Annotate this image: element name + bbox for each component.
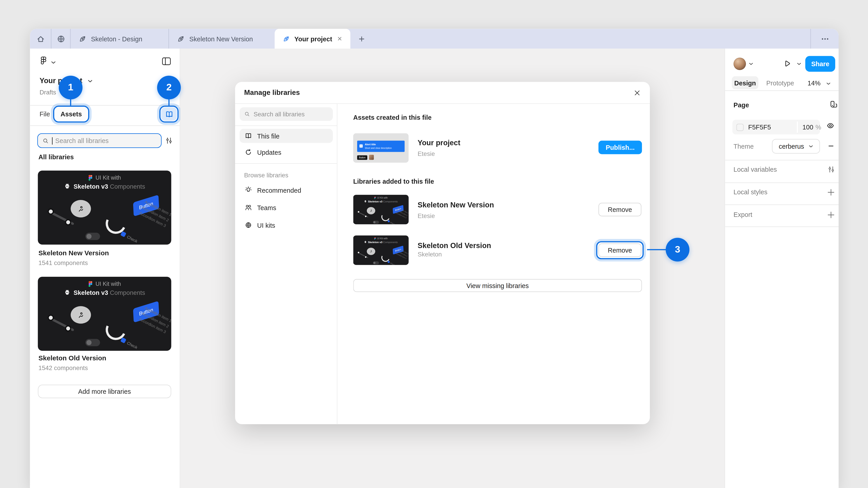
sidebar-search[interactable] — [37, 133, 162, 148]
chevron-down-icon[interactable] — [749, 62, 753, 66]
tab-label: Skeleton New Version — [189, 35, 253, 42]
libraries-button-highlight — [159, 106, 179, 123]
remove-button[interactable]: Remove — [598, 203, 642, 217]
browser-button[interactable] — [52, 29, 70, 49]
eye-icon[interactable] — [826, 122, 835, 130]
tab-design[interactable]: Design — [732, 76, 758, 90]
dialog-content: Assets created in this file Alert title … — [338, 103, 650, 424]
divider — [725, 90, 839, 91]
project-subtitle: Drafts — [39, 89, 56, 96]
new-tab-button[interactable] — [350, 29, 373, 49]
theme-value: cerberus — [779, 143, 804, 150]
divider — [30, 125, 180, 126]
file-tab[interactable]: File — [39, 111, 50, 118]
export-label: Export — [734, 211, 752, 219]
chevron-down-icon[interactable] — [797, 62, 801, 66]
filter-sliders-icon[interactable] — [165, 137, 173, 144]
nav-updates[interactable]: Updates — [240, 145, 333, 160]
globe-icon — [245, 221, 252, 229]
figma-logo-color-icon — [374, 197, 376, 199]
tab-prototype[interactable]: Prototype — [766, 80, 794, 87]
pen-nib-icon — [283, 35, 290, 43]
plus-icon[interactable] — [827, 211, 835, 219]
nav-recommended[interactable]: Recommended — [240, 183, 333, 197]
theme-dropdown[interactable]: cerberus — [772, 139, 820, 154]
close-icon[interactable] — [633, 89, 641, 97]
tab-label: Skeleton - Design — [91, 35, 143, 42]
close-icon[interactable] — [337, 36, 342, 42]
skull-icon — [364, 200, 367, 203]
component-avatar — [71, 306, 91, 324]
canvas[interactable]: Manage libraries This file — [180, 48, 725, 488]
publish-button[interactable]: Publish... — [598, 141, 642, 154]
zoom-level[interactable]: 14% — [808, 80, 821, 87]
card-line2-bold: Skeleton v3 — [74, 289, 108, 296]
library-name[interactable]: Skeleton New Version — [38, 249, 109, 258]
remove-button[interactable]: Remove — [598, 243, 642, 257]
tab-skeleton-design[interactable]: Skeleton - Design — [71, 29, 168, 49]
divider — [235, 163, 338, 164]
home-icon — [36, 34, 45, 43]
play-icon[interactable] — [783, 59, 791, 68]
chevron-down-icon[interactable] — [826, 82, 831, 86]
libraries-button[interactable] — [161, 107, 177, 121]
color-swatch[interactable] — [737, 123, 744, 131]
row-subtitle: Etesie — [418, 213, 435, 220]
skull-icon — [64, 289, 71, 296]
library-name[interactable]: Skeleton Old Version — [38, 354, 106, 363]
sidebar-search-input[interactable] — [55, 137, 156, 144]
panel-toggle-icon[interactable] — [162, 57, 171, 66]
add-more-libraries-button[interactable]: Add more libraries — [38, 385, 171, 398]
divider — [30, 105, 180, 106]
text-cursor — [52, 137, 53, 144]
page-color-row[interactable]: F5F5F5 100 % — [733, 120, 820, 134]
card-line2-bold: Skeleton v3 — [74, 183, 108, 190]
opacity-value[interactable]: 100 — [802, 124, 813, 131]
row-title: Skeleton New Version — [418, 201, 494, 209]
swatchbook-icon[interactable] — [830, 100, 838, 109]
divider — [725, 160, 839, 161]
added-heading: Libraries added to this file — [353, 178, 434, 185]
variables-sliders-icon[interactable] — [827, 166, 835, 173]
lightbulb-icon — [245, 186, 252, 194]
dialog-search-input[interactable] — [254, 111, 329, 118]
file-thumbnail: Alert title Short and clear description … — [353, 133, 409, 163]
nav-teams[interactable]: Teams — [240, 201, 333, 215]
minus-icon[interactable] — [827, 142, 835, 150]
more-menu-button[interactable] — [811, 29, 839, 49]
assets-tab[interactable]: Assets — [55, 107, 88, 121]
refresh-icon — [245, 149, 252, 156]
badge-1-connector — [70, 99, 71, 106]
color-hex[interactable]: F5F5F5 — [748, 124, 771, 131]
tab-skeleton-new-version[interactable]: Skeleton New Version — [169, 29, 268, 49]
thumb-button: Button — [357, 156, 367, 160]
pen-nib-icon — [177, 35, 185, 43]
assets-tab-highlight: Assets — [53, 106, 89, 123]
nav-ui-kits[interactable]: UI kits — [240, 218, 333, 232]
badge-2-connector — [168, 99, 169, 106]
divider — [725, 227, 839, 227]
library-thumbnail-skeleton-old[interactable]: UI Kit with Skeleton v3 Components Butto… — [38, 277, 171, 351]
share-button[interactable]: Share — [805, 56, 835, 72]
screen: Skeleton - Design Skeleton New Version Y… — [0, 0, 868, 488]
skull-icon — [64, 183, 71, 190]
library-thumbnail-skeleton-new[interactable]: UI Kit with Skeleton v3 Components Butto… — [38, 170, 171, 245]
view-missing-libraries-button[interactable]: View missing libraries — [353, 279, 642, 292]
component-checkbox: Check — [120, 231, 138, 243]
home-button[interactable] — [30, 29, 51, 49]
figma-logo-icon[interactable] — [38, 55, 49, 67]
plus-icon[interactable] — [827, 188, 835, 197]
percent-sign: % — [815, 124, 822, 131]
local-styles-label: Local styles — [734, 189, 767, 196]
chevron-down-icon[interactable] — [51, 61, 56, 65]
tab-your-project[interactable]: Your project — [275, 29, 350, 49]
book-icon — [245, 132, 252, 140]
nav-this-file[interactable]: This file — [240, 129, 333, 143]
dialog-search[interactable] — [240, 107, 333, 121]
figma-logo-color-icon — [88, 175, 93, 181]
step-badge-3: 3 — [666, 238, 689, 262]
avatar[interactable] — [734, 58, 746, 70]
step-badge-2: 2 — [157, 76, 181, 99]
figma-logo-color-icon — [374, 237, 376, 240]
chevron-down-icon[interactable] — [88, 79, 93, 83]
